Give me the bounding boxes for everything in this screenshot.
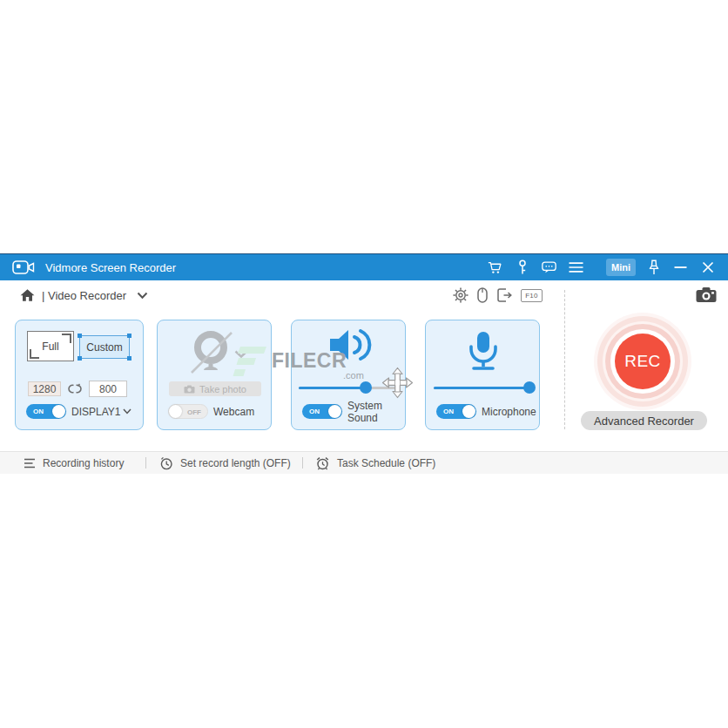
toggle-state-label: ON	[33, 404, 44, 419]
minimize-icon[interactable]	[673, 260, 688, 275]
app-title: Vidmore Screen Recorder	[45, 261, 176, 274]
mouse-icon[interactable]	[477, 287, 488, 303]
page-title: | Video Recorder	[42, 289, 126, 302]
system-sound-toggle-row: ON System Sound	[292, 404, 405, 420]
rec-label: REC	[624, 352, 661, 371]
toolbar: | Video Recorder	[0, 280, 728, 310]
feedback-chat-icon[interactable]	[542, 260, 556, 275]
statusbar-divider	[302, 457, 303, 468]
set-record-length-item[interactable]: Set record length (OFF)	[159, 452, 291, 474]
microphone-slider[interactable]	[434, 381, 534, 394]
page-background: Vidmore Screen Recorder	[0, 0, 728, 728]
microphone-label: Microphone	[482, 404, 536, 419]
list-icon	[24, 458, 36, 468]
pin-icon[interactable]	[646, 260, 661, 275]
statusbar-divider	[145, 457, 146, 468]
mini-mode-button[interactable]: Mini	[606, 259, 636, 276]
system-sound-slider[interactable]	[299, 381, 400, 394]
crop-mark-bottom-left	[30, 349, 39, 359]
take-photo-button[interactable]: Take photo	[169, 381, 261, 396]
toggle-state-label: ON	[309, 404, 320, 419]
selection-handle	[78, 334, 82, 338]
alarm-clock-icon	[315, 456, 330, 470]
take-photo-label: Take photo	[199, 384, 246, 394]
webcam-toggle[interactable]: OFF	[168, 404, 208, 419]
webcam-label: Webcam	[213, 404, 254, 419]
aspect-link-icon[interactable]	[68, 382, 82, 398]
rec-button[interactable]: REC	[615, 334, 671, 389]
toggle-knob	[328, 405, 341, 418]
microphone-icon	[462, 331, 504, 374]
size-inputs-row	[16, 381, 143, 398]
toolbar-right-icons: F10	[453, 280, 543, 310]
system-sound-toggle[interactable]: ON	[302, 404, 342, 419]
height-input[interactable]	[89, 381, 127, 397]
speaker-icon	[323, 324, 375, 369]
webcam-card: Take photo OFF Webcam	[157, 320, 272, 430]
hotkey-f10-badge[interactable]: F10	[521, 289, 543, 302]
toggle-knob	[169, 405, 182, 418]
titlebar-right: Mini	[475, 259, 728, 276]
video-camera-logo-icon	[12, 260, 35, 275]
width-input[interactable]	[28, 381, 61, 396]
timer-icon	[159, 456, 173, 470]
slider-thumb[interactable]	[360, 381, 372, 394]
slider-fill	[299, 387, 366, 389]
webcam-toggle-row: OFF Webcam	[158, 404, 271, 420]
display-area-card: Full Custom	[15, 320, 144, 430]
toggle-knob	[462, 405, 475, 418]
advanced-recorder-button[interactable]: Advanced Recorder	[581, 411, 707, 430]
gear-icon[interactable]	[453, 287, 468, 303]
camera-icon[interactable]	[696, 286, 717, 307]
display-toggle-row: ON DISPLAY1	[16, 404, 143, 420]
task-schedule-label: Task Schedule (OFF)	[337, 457, 435, 469]
cart-icon[interactable]	[488, 260, 502, 275]
statusbar: Recording history Set record length (OFF…	[0, 451, 728, 474]
microphone-toggle-row: ON Microphone	[426, 404, 539, 420]
toggle-state-label: ON	[443, 404, 454, 419]
custom-label: Custom	[86, 341, 122, 354]
display-name: DISPLAY1	[71, 406, 120, 418]
display-toggle[interactable]: ON	[26, 404, 66, 419]
system-sound-label: System Sound	[347, 404, 405, 419]
microphone-toggle[interactable]: ON	[436, 404, 476, 419]
selection-handle	[78, 356, 82, 361]
chevron-down-icon	[123, 408, 131, 415]
toggle-knob	[52, 405, 65, 418]
set-record-length-label: Set record length (OFF)	[180, 457, 291, 469]
webcam-disabled-icon	[189, 327, 234, 379]
titlebar-left: Vidmore Screen Recorder	[0, 260, 176, 275]
key-icon[interactable]	[515, 260, 529, 275]
app-window: Vidmore Screen Recorder	[0, 253, 728, 474]
task-schedule-item[interactable]: Task Schedule (OFF)	[315, 452, 435, 474]
microphone-card: ON Microphone	[425, 320, 540, 430]
recording-history-item[interactable]: Recording history	[24, 452, 124, 474]
close-icon[interactable]	[700, 260, 715, 275]
chevron-down-icon[interactable]	[137, 292, 148, 300]
titlebar: Vidmore Screen Recorder	[0, 253, 728, 280]
full-label: Full	[42, 340, 58, 353]
exit-icon[interactable]	[496, 288, 512, 302]
menu-icon[interactable]	[569, 260, 583, 275]
full-screen-button[interactable]: Full	[27, 331, 74, 361]
nav-home-group[interactable]: | Video Recorder	[20, 280, 148, 310]
recording-history-label: Recording history	[43, 457, 124, 469]
slider-thumb[interactable]	[523, 381, 536, 394]
slider-fill	[434, 387, 529, 389]
toggle-state-label: OFF	[187, 405, 201, 420]
display-select[interactable]: DISPLAY1	[71, 404, 131, 419]
small-camera-icon	[184, 385, 195, 394]
selection-handle	[127, 356, 131, 361]
selection-handle	[127, 334, 131, 338]
home-icon[interactable]	[20, 288, 35, 302]
system-sound-card: ON System Sound	[291, 320, 406, 430]
crop-mark-top-right	[62, 334, 71, 343]
custom-area-button[interactable]: Custom	[79, 335, 130, 359]
dashed-divider	[564, 290, 565, 429]
webcam-dropdown-chevron-icon[interactable]	[234, 347, 248, 362]
